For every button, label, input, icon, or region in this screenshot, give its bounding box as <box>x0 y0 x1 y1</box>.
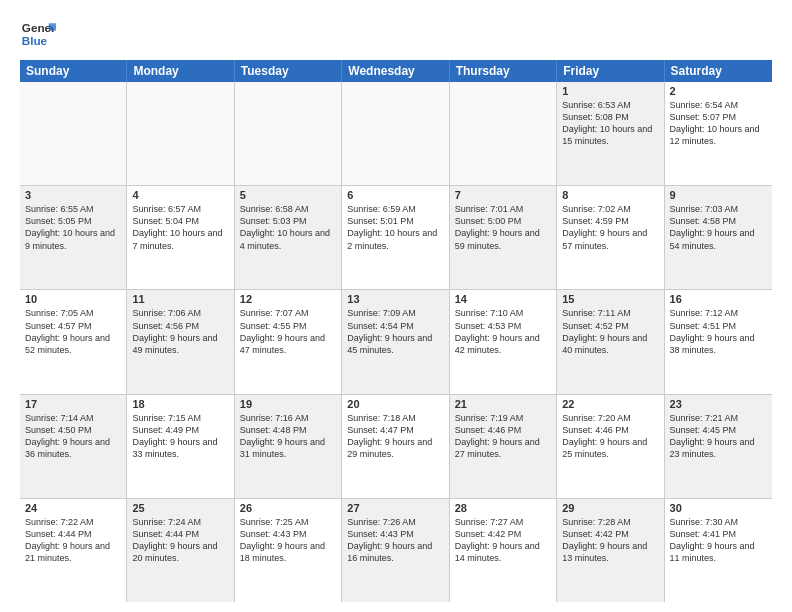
calendar-cell: 28Sunrise: 7:27 AM Sunset: 4:42 PM Dayli… <box>450 499 557 602</box>
day-number: 15 <box>562 293 658 305</box>
calendar-cell: 7Sunrise: 7:01 AM Sunset: 5:00 PM Daylig… <box>450 186 557 289</box>
day-number: 27 <box>347 502 443 514</box>
day-info: Sunrise: 7:11 AM Sunset: 4:52 PM Dayligh… <box>562 307 658 356</box>
page: General Blue SundayMondayTuesdayWednesda… <box>0 0 792 612</box>
calendar-cell: 23Sunrise: 7:21 AM Sunset: 4:45 PM Dayli… <box>665 395 772 498</box>
day-number: 23 <box>670 398 767 410</box>
calendar-week-1: 1Sunrise: 6:53 AM Sunset: 5:08 PM Daylig… <box>20 82 772 186</box>
day-number: 29 <box>562 502 658 514</box>
day-info: Sunrise: 7:01 AM Sunset: 5:00 PM Dayligh… <box>455 203 551 252</box>
calendar-cell: 27Sunrise: 7:26 AM Sunset: 4:43 PM Dayli… <box>342 499 449 602</box>
calendar-cell: 6Sunrise: 6:59 AM Sunset: 5:01 PM Daylig… <box>342 186 449 289</box>
day-number: 8 <box>562 189 658 201</box>
calendar-cell: 15Sunrise: 7:11 AM Sunset: 4:52 PM Dayli… <box>557 290 664 393</box>
day-info: Sunrise: 7:07 AM Sunset: 4:55 PM Dayligh… <box>240 307 336 356</box>
day-info: Sunrise: 7:15 AM Sunset: 4:49 PM Dayligh… <box>132 412 228 461</box>
day-number: 26 <box>240 502 336 514</box>
header-day-wednesday: Wednesday <box>342 60 449 82</box>
calendar-body: 1Sunrise: 6:53 AM Sunset: 5:08 PM Daylig… <box>20 82 772 602</box>
day-info: Sunrise: 7:30 AM Sunset: 4:41 PM Dayligh… <box>670 516 767 565</box>
day-info: Sunrise: 7:20 AM Sunset: 4:46 PM Dayligh… <box>562 412 658 461</box>
day-number: 18 <box>132 398 228 410</box>
calendar-cell: 19Sunrise: 7:16 AM Sunset: 4:48 PM Dayli… <box>235 395 342 498</box>
day-info: Sunrise: 6:58 AM Sunset: 5:03 PM Dayligh… <box>240 203 336 252</box>
calendar-cell: 25Sunrise: 7:24 AM Sunset: 4:44 PM Dayli… <box>127 499 234 602</box>
day-number: 11 <box>132 293 228 305</box>
day-info: Sunrise: 6:53 AM Sunset: 5:08 PM Dayligh… <box>562 99 658 148</box>
calendar-cell: 9Sunrise: 7:03 AM Sunset: 4:58 PM Daylig… <box>665 186 772 289</box>
day-info: Sunrise: 7:18 AM Sunset: 4:47 PM Dayligh… <box>347 412 443 461</box>
header: General Blue <box>20 16 772 52</box>
svg-text:Blue: Blue <box>22 34 48 47</box>
calendar-cell: 12Sunrise: 7:07 AM Sunset: 4:55 PM Dayli… <box>235 290 342 393</box>
day-number: 25 <box>132 502 228 514</box>
day-info: Sunrise: 6:59 AM Sunset: 5:01 PM Dayligh… <box>347 203 443 252</box>
calendar-cell <box>235 82 342 185</box>
day-info: Sunrise: 7:22 AM Sunset: 4:44 PM Dayligh… <box>25 516 121 565</box>
day-number: 16 <box>670 293 767 305</box>
calendar-week-2: 3Sunrise: 6:55 AM Sunset: 5:05 PM Daylig… <box>20 186 772 290</box>
calendar-cell: 4Sunrise: 6:57 AM Sunset: 5:04 PM Daylig… <box>127 186 234 289</box>
calendar-cell: 14Sunrise: 7:10 AM Sunset: 4:53 PM Dayli… <box>450 290 557 393</box>
calendar-week-3: 10Sunrise: 7:05 AM Sunset: 4:57 PM Dayli… <box>20 290 772 394</box>
calendar-cell: 16Sunrise: 7:12 AM Sunset: 4:51 PM Dayli… <box>665 290 772 393</box>
day-number: 22 <box>562 398 658 410</box>
calendar-cell: 22Sunrise: 7:20 AM Sunset: 4:46 PM Dayli… <box>557 395 664 498</box>
day-info: Sunrise: 6:55 AM Sunset: 5:05 PM Dayligh… <box>25 203 121 252</box>
day-info: Sunrise: 7:10 AM Sunset: 4:53 PM Dayligh… <box>455 307 551 356</box>
day-number: 4 <box>132 189 228 201</box>
calendar-cell: 3Sunrise: 6:55 AM Sunset: 5:05 PM Daylig… <box>20 186 127 289</box>
day-info: Sunrise: 7:05 AM Sunset: 4:57 PM Dayligh… <box>25 307 121 356</box>
header-day-tuesday: Tuesday <box>235 60 342 82</box>
day-number: 21 <box>455 398 551 410</box>
calendar-cell: 26Sunrise: 7:25 AM Sunset: 4:43 PM Dayli… <box>235 499 342 602</box>
calendar-cell: 30Sunrise: 7:30 AM Sunset: 4:41 PM Dayli… <box>665 499 772 602</box>
calendar-cell: 8Sunrise: 7:02 AM Sunset: 4:59 PM Daylig… <box>557 186 664 289</box>
day-info: Sunrise: 7:14 AM Sunset: 4:50 PM Dayligh… <box>25 412 121 461</box>
day-info: Sunrise: 7:19 AM Sunset: 4:46 PM Dayligh… <box>455 412 551 461</box>
calendar-week-4: 17Sunrise: 7:14 AM Sunset: 4:50 PM Dayli… <box>20 395 772 499</box>
calendar-cell <box>342 82 449 185</box>
day-number: 13 <box>347 293 443 305</box>
calendar-cell: 18Sunrise: 7:15 AM Sunset: 4:49 PM Dayli… <box>127 395 234 498</box>
day-number: 28 <box>455 502 551 514</box>
day-info: Sunrise: 7:26 AM Sunset: 4:43 PM Dayligh… <box>347 516 443 565</box>
calendar-cell: 17Sunrise: 7:14 AM Sunset: 4:50 PM Dayli… <box>20 395 127 498</box>
calendar-header: SundayMondayTuesdayWednesdayThursdayFrid… <box>20 60 772 82</box>
day-number: 2 <box>670 85 767 97</box>
day-info: Sunrise: 7:25 AM Sunset: 4:43 PM Dayligh… <box>240 516 336 565</box>
day-number: 24 <box>25 502 121 514</box>
calendar-week-5: 24Sunrise: 7:22 AM Sunset: 4:44 PM Dayli… <box>20 499 772 602</box>
day-info: Sunrise: 7:16 AM Sunset: 4:48 PM Dayligh… <box>240 412 336 461</box>
day-info: Sunrise: 7:06 AM Sunset: 4:56 PM Dayligh… <box>132 307 228 356</box>
day-info: Sunrise: 7:03 AM Sunset: 4:58 PM Dayligh… <box>670 203 767 252</box>
day-number: 9 <box>670 189 767 201</box>
day-number: 20 <box>347 398 443 410</box>
calendar-cell: 24Sunrise: 7:22 AM Sunset: 4:44 PM Dayli… <box>20 499 127 602</box>
header-day-friday: Friday <box>557 60 664 82</box>
calendar-cell: 29Sunrise: 7:28 AM Sunset: 4:42 PM Dayli… <box>557 499 664 602</box>
day-info: Sunrise: 7:27 AM Sunset: 4:42 PM Dayligh… <box>455 516 551 565</box>
calendar-cell: 13Sunrise: 7:09 AM Sunset: 4:54 PM Dayli… <box>342 290 449 393</box>
day-number: 7 <box>455 189 551 201</box>
calendar-cell: 2Sunrise: 6:54 AM Sunset: 5:07 PM Daylig… <box>665 82 772 185</box>
day-number: 19 <box>240 398 336 410</box>
calendar-cell <box>450 82 557 185</box>
day-number: 30 <box>670 502 767 514</box>
day-info: Sunrise: 6:54 AM Sunset: 5:07 PM Dayligh… <box>670 99 767 148</box>
calendar-cell: 11Sunrise: 7:06 AM Sunset: 4:56 PM Dayli… <box>127 290 234 393</box>
header-day-saturday: Saturday <box>665 60 772 82</box>
day-number: 10 <box>25 293 121 305</box>
header-day-thursday: Thursday <box>450 60 557 82</box>
header-day-monday: Monday <box>127 60 234 82</box>
day-info: Sunrise: 7:28 AM Sunset: 4:42 PM Dayligh… <box>562 516 658 565</box>
day-number: 1 <box>562 85 658 97</box>
day-info: Sunrise: 7:21 AM Sunset: 4:45 PM Dayligh… <box>670 412 767 461</box>
day-info: Sunrise: 7:12 AM Sunset: 4:51 PM Dayligh… <box>670 307 767 356</box>
day-info: Sunrise: 7:24 AM Sunset: 4:44 PM Dayligh… <box>132 516 228 565</box>
day-info: Sunrise: 6:57 AM Sunset: 5:04 PM Dayligh… <box>132 203 228 252</box>
calendar-cell <box>127 82 234 185</box>
day-number: 14 <box>455 293 551 305</box>
day-number: 12 <box>240 293 336 305</box>
logo: General Blue <box>20 16 56 52</box>
